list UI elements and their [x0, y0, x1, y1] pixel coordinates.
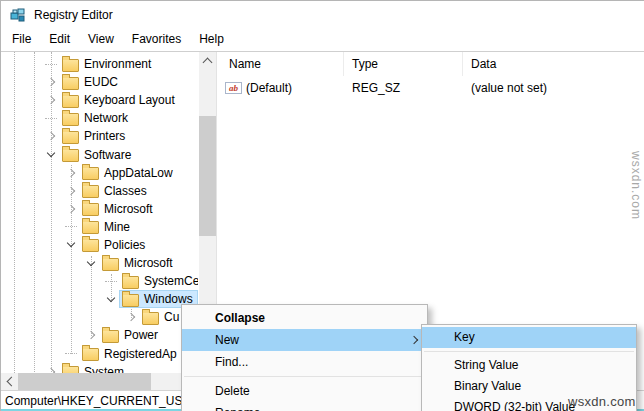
tree-item-registeredap[interactable]: RegisteredAp: [1, 345, 198, 363]
expander-collapsed-icon[interactable]: [63, 183, 79, 199]
menu-item-label: DWORD (32-bit) Value: [454, 400, 575, 411]
folder-icon: [82, 239, 99, 252]
folder-icon: [62, 77, 79, 90]
title-bar: Registry Editor: [1, 1, 644, 29]
tree-item-label: RegisteredAp: [104, 347, 177, 361]
tree-connector-dots: [45, 118, 57, 119]
tree-item-power[interactable]: Power: [1, 326, 198, 344]
expander-expanded-icon[interactable]: [43, 147, 59, 163]
menu-item-label: Binary Value: [454, 379, 521, 393]
tree-item-content: Keyboard Layout: [59, 91, 198, 109]
tree-item-content: AppDataLow: [79, 164, 198, 182]
menu-favorites[interactable]: Favorites: [123, 29, 190, 51]
expander-expanded-icon[interactable]: [103, 291, 119, 307]
column-header-label: Data: [471, 57, 496, 71]
tree-item-printers[interactable]: Printers: [1, 127, 198, 145]
folder-icon: [62, 113, 79, 126]
chevron-right-icon: [67, 186, 75, 194]
tree-item-keyboard-layout[interactable]: Keyboard Layout: [1, 91, 198, 109]
list-row-default[interactable]: ab(Default)REG_SZ(value not set): [221, 79, 644, 97]
tree-item-content: Printers: [59, 127, 198, 145]
folder-icon: [62, 59, 79, 72]
tree-item-environment[interactable]: Environment: [1, 55, 198, 73]
menu-item-label: String Value: [454, 358, 518, 372]
tree-item-mine[interactable]: Mine: [1, 218, 198, 236]
chevron-right-icon: [47, 96, 55, 104]
tree-item-software[interactable]: Software: [1, 145, 198, 163]
tree-item-label: Cu: [164, 310, 179, 324]
tree-item-label: Network: [84, 111, 128, 125]
expander-collapsed-icon[interactable]: [43, 92, 59, 108]
column-header-type[interactable]: Type: [344, 52, 463, 76]
menu-item-label: Key: [454, 330, 475, 344]
tree-item-content: Classes: [79, 182, 198, 200]
expander-collapsed-icon[interactable]: [63, 201, 79, 217]
tree-item-content: SystemCer: [119, 272, 198, 290]
tree-item-appdatalow[interactable]: AppDataLow: [1, 164, 198, 182]
tree-item-policies[interactable]: Policies: [1, 236, 198, 254]
tree-item-systemcer[interactable]: SystemCer: [1, 272, 198, 290]
menu-item-key[interactable]: Key: [422, 327, 636, 348]
menu-item-collapse[interactable]: Collapse: [182, 307, 427, 329]
tree-item-label: Microsoft: [124, 256, 173, 270]
menu-view[interactable]: View: [79, 29, 123, 51]
tree-item-microsoft[interactable]: Microsoft: [1, 254, 198, 272]
cell-data: (value not set): [463, 81, 644, 95]
menu-help[interactable]: Help: [190, 29, 233, 51]
expander-collapsed-icon[interactable]: [123, 309, 139, 325]
expander-expanded-icon[interactable]: [63, 237, 79, 253]
tree-item-eudc[interactable]: EUDC: [1, 73, 198, 91]
expander-expanded-icon[interactable]: [83, 255, 99, 271]
menu-edit[interactable]: Edit: [40, 29, 79, 51]
menu-file[interactable]: File: [3, 29, 40, 51]
tree-item-network[interactable]: Network: [1, 109, 198, 127]
tree-item-label: SystemCer: [144, 274, 198, 288]
value-name: (Default): [246, 81, 292, 95]
scroll-up-icon[interactable]: [199, 52, 216, 69]
chevron-right-icon: [67, 205, 75, 213]
tree-item-content: Microsoft: [99, 254, 198, 272]
window-title: Registry Editor: [34, 8, 113, 22]
column-header-name[interactable]: Name: [221, 52, 344, 76]
menu-item-string-value[interactable]: String Value: [422, 355, 636, 376]
chevron-down-icon: [47, 149, 55, 157]
tree-item-windows[interactable]: Windows: [1, 290, 198, 308]
tree-item-cu[interactable]: Cu: [1, 308, 198, 326]
menu-item-new[interactable]: New: [182, 329, 427, 351]
column-header-data[interactable]: Data: [463, 52, 644, 76]
watermark-horizontal: wsxdn.com: [568, 394, 636, 409]
folder-icon: [82, 221, 99, 234]
list-header: NameTypeData: [221, 52, 644, 76]
vertical-scroll-thumb[interactable]: [199, 116, 216, 236]
tree-item-classes[interactable]: Classes: [1, 182, 198, 200]
tree-connector-dots: [65, 353, 77, 354]
tree-item-microsoft[interactable]: Microsoft: [1, 200, 198, 218]
expander-collapsed-icon[interactable]: [43, 128, 59, 144]
watermark-vertical: wsxdn.com: [629, 151, 643, 220]
string-value-icon: ab: [225, 82, 242, 94]
tree-item-label: EUDC: [84, 75, 118, 89]
tree-item-content: Mine: [79, 218, 198, 236]
tree-item-label: Keyboard Layout: [84, 93, 175, 107]
expander-collapsed-icon[interactable]: [43, 74, 59, 90]
tree-horizontal-scrollbar[interactable]: [1, 373, 199, 390]
tree-item-content: Software: [59, 145, 198, 163]
menu-item-delete[interactable]: Delete: [182, 380, 427, 402]
expander-collapsed-icon[interactable]: [83, 327, 99, 343]
tree-item-label: Microsoft: [104, 202, 153, 216]
value-type: REG_SZ: [352, 81, 400, 95]
chevron-right-icon: [127, 313, 135, 321]
tree-item-label: Power: [124, 328, 158, 342]
scroll-left-icon[interactable]: [1, 373, 18, 390]
expander-collapsed-icon[interactable]: [63, 165, 79, 181]
registry-tree: EnvironmentEUDCKeyboard LayoutNetworkPri…: [1, 55, 198, 381]
menu-item-rename[interactable]: Rename: [182, 402, 427, 411]
tree-item-label: Mine: [104, 220, 130, 234]
tree-item-content: Environment: [59, 55, 198, 73]
menu-separator: [184, 376, 425, 377]
menu-item-find[interactable]: Find...: [182, 351, 427, 373]
chevron-down-icon: [67, 239, 75, 247]
menu-separator: [424, 351, 634, 352]
horizontal-scroll-thumb[interactable]: [18, 373, 151, 390]
column-header-label: Type: [352, 57, 378, 71]
